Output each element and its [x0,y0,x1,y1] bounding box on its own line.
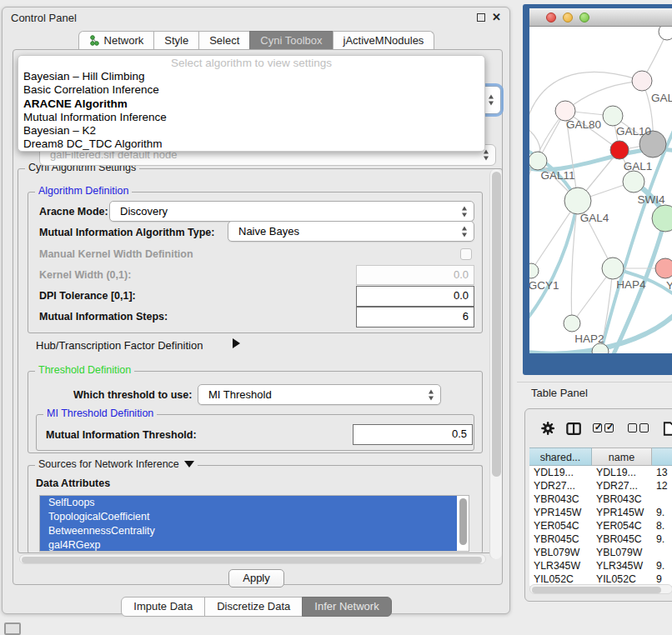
table-cell[interactable]: YLR345W [592,559,652,572]
network-edge[interactable] [565,81,642,111]
table-horizontal-scrollbar-thumb[interactable] [532,587,661,593]
table-cell[interactable]: 12 [652,479,672,492]
table-cell[interactable]: 8. [652,519,672,532]
network-node[interactable] [655,258,672,278]
zoom-traffic-light-icon[interactable] [579,12,589,22]
network-node[interactable] [529,263,539,278]
network-node[interactable] [564,188,591,214]
table-cell[interactable]: YLR345W [529,559,592,572]
apply-button[interactable]: Apply [228,569,284,588]
column-header[interactable]: name [592,448,652,466]
new-table-icon[interactable] [663,421,672,437]
tab-select[interactable]: Select [198,31,250,50]
manual-kernel-width-checkbox[interactable] [460,248,472,260]
select-all-checks-icon[interactable] [593,422,616,435]
hub-definition-label[interactable]: Hub/Transcription Factor Definition [36,339,203,352]
table-cell[interactable]: YBL079W [529,546,592,559]
algorithm-option[interactable]: ARACNE Algorithm [18,98,484,111]
table-row[interactable]: YBR045CYBR045C9. [529,532,672,546]
expand-arrow-icon[interactable] [233,338,240,348]
table-cell[interactable] [652,546,672,559]
column-header[interactable] [652,448,672,466]
table-cell[interactable]: 13 [652,466,672,479]
network-canvas[interactable]: GALGAL80GAL10GAL1GAL11SWI4GAL4GCY1HAP4YH… [529,27,672,353]
kernel-width-field[interactable]: 0.0 [356,265,474,285]
minimize-traffic-light-icon[interactable] [563,12,573,22]
table-cell[interactable]: YBR045C [592,532,652,546]
table-cell[interactable]: YDL19... [592,466,652,479]
which-threshold-combobox[interactable]: MI Threshold [198,384,441,405]
grid-toggle-icon[interactable] [4,622,21,635]
table-cell[interactable]: YBR043C [529,492,592,506]
table-row[interactable]: YPR145WYPR145W9. [529,506,672,519]
table-cell[interactable]: YDR27... [592,479,652,492]
attributes-scrollbar-thumb[interactable] [459,498,467,545]
network-window-titlebar[interactable] [529,8,672,27]
attribute-list-item[interactable]: SelfLoops [40,496,457,510]
tab-jactivemnodules[interactable]: jActiveMNodules [333,31,435,50]
table-row[interactable]: YDR27...YDR27...12 [529,479,672,492]
mi-steps-field[interactable]: 6 [356,307,474,328]
mi-threshold-field[interactable]: 0.5 [353,424,473,445]
mi-algorithm-type-combobox[interactable]: Naive Bayes [228,221,474,242]
network-node[interactable] [623,171,644,192]
settings-horizontal-scrollbar[interactable] [19,554,486,564]
settings-vertical-scrollbar-thumb[interactable] [492,172,501,477]
table-cell[interactable]: YPR145W [592,506,652,519]
close-traffic-light-icon[interactable] [546,12,556,22]
table-cell[interactable]: 9. [652,506,672,519]
table-cell[interactable]: YER054C [592,519,652,532]
settings-horizontal-scrollbar-thumb[interactable] [22,557,482,563]
algorithm-option[interactable]: Mutual Information Inference [18,111,484,124]
aracne-mode-combobox[interactable]: Discovery [109,201,474,222]
table-cell[interactable]: 9. [652,559,672,572]
network-node[interactable] [610,141,629,159]
table-row[interactable]: YBR043CYBR043C [529,492,672,506]
algorithm-option[interactable]: Bayesian – Hill Climbing [18,70,484,83]
table-row[interactable]: YER054CYER054C8. [529,519,672,532]
table-horizontal-scrollbar[interactable] [529,584,672,594]
table-row[interactable]: YLR345WYLR345W9. [529,559,672,572]
table-cell[interactable]: YER054C [529,519,592,532]
table-cell[interactable]: YBR043C [592,492,652,506]
table-cell[interactable]: YPR145W [529,506,592,519]
table-cell[interactable]: YDL19... [529,466,592,479]
column-header[interactable]: shared... [529,448,592,466]
algorithm-option[interactable]: Basic Correlation Inference [18,83,484,97]
table-row[interactable]: YDL19...YDL19...13 [529,466,672,479]
settings-vertical-scrollbar[interactable] [489,169,502,559]
table-cell[interactable]: 9. [652,532,672,546]
table-cell[interactable]: YBL079W [592,546,652,559]
attribute-list-item[interactable]: gal4RGexp [40,538,457,552]
network-node[interactable] [529,152,547,170]
close-icon[interactable]: ✕ [492,13,501,22]
table-cell[interactable]: YBR045C [529,532,592,546]
network-node[interactable] [603,106,623,126]
dpi-tolerance-field[interactable]: 0.0 [356,286,474,307]
tab-impute-data[interactable]: Impute Data [121,597,205,617]
collapse-arrow-icon[interactable] [184,461,194,468]
network-node[interactable] [602,258,624,279]
network-node[interactable] [652,205,672,232]
table-row[interactable]: YBL079WYBL079W [529,546,672,559]
tab-style[interactable]: Style [153,31,199,50]
table-cell[interactable]: YDR27... [529,479,592,492]
algorithm-option[interactable]: Dream8 DC_TDC Algorithm [18,138,484,151]
table-cell[interactable] [652,492,672,506]
attribute-list-item[interactable]: BetweennessCentrality [40,524,457,538]
float-window-icon[interactable] [477,13,485,22]
attribute-list-item[interactable]: TopologicalCoefficient [40,510,457,524]
network-graph[interactable]: GALGAL80GAL10GAL1GAL11SWI4GAL4GCY1HAP4YH… [529,27,672,353]
tab-infer-network[interactable]: Infer Network [302,597,391,617]
deselect-all-checks-icon[interactable] [628,422,651,435]
node-attribute-table[interactable]: shared...nameYDL19...YDL19...13YDR27...Y… [529,448,672,586]
tab-discretize-data[interactable]: Discretize Data [204,597,303,617]
network-node[interactable] [659,27,672,40]
network-node[interactable] [632,71,652,91]
tab-cyni-toolbox[interactable]: Cyni Toolbox [249,31,333,50]
data-attributes-list[interactable]: SelfLoopsTopologicalCoefficientBetweenne… [39,495,469,552]
gear-icon[interactable] [541,421,554,436]
columns-icon[interactable] [566,422,581,436]
network-node[interactable] [564,315,580,332]
algorithm-option[interactable]: Bayesian – K2 [18,124,484,138]
